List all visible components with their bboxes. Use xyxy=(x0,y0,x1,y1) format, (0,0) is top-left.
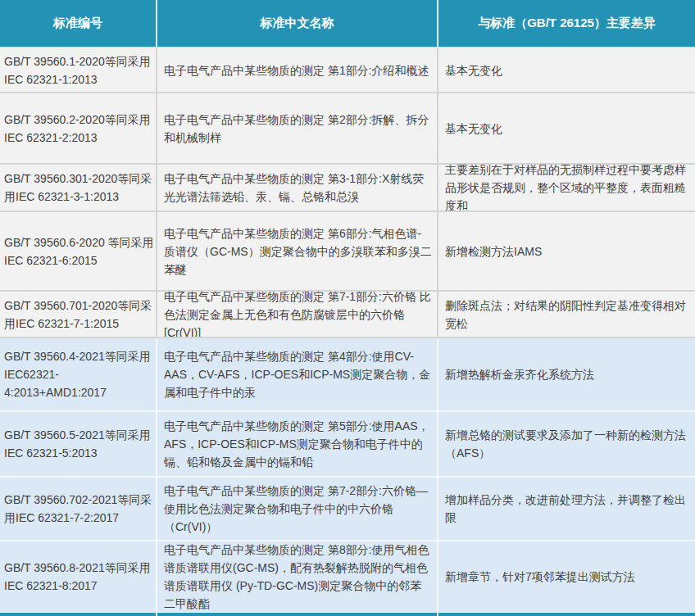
header-main-differences: 与标准（GB/T 26125）主要差异 xyxy=(438,0,695,47)
cell-main-difference-text: 新增检测方法IAMS xyxy=(445,242,692,260)
cell-standard-number-text: GB/T 39560.4-2021等同采用 IEC62321-4:2013+AM… xyxy=(4,347,154,401)
table-row: GB/T 39560.5-2021等同采用 IEC 62321-5:2013电子… xyxy=(0,410,695,476)
table-row: GB/T 39560.8-2021等同采用 IEC 62321-8:2017电子… xyxy=(0,540,695,612)
cell-standard-number: GB/T 39560.702-2021等同采用IEC 62321-7-2:201… xyxy=(0,478,157,540)
cell-main-difference: 删除斑点法；对结果的阴阳性判定基准变得相对宽松 xyxy=(438,292,695,337)
table-header-row: 标准编号 标准中文名称 与标准（GB/T 26125）主要差异 xyxy=(0,0,695,47)
cell-main-difference: 新增章节，针对7项邻苯提出测试方法 xyxy=(438,541,695,612)
cell-standard-number-text: GB/T 39560.2-2020等同采用 IEC 62321-2:2013 xyxy=(4,111,154,147)
table-row: GB/T 39560.701-2020等同采用IEC 62321-7-1:201… xyxy=(0,290,695,337)
table-row: GB/T 39560.4-2021等同采用 IEC62321-4:2013+AM… xyxy=(0,337,695,410)
cell-standard-number-text: GB/T 39560.301-2020等同采用IEC 62321-3-1:201… xyxy=(4,170,154,206)
cell-standard-chinese-name: 电子电气产品中某些物质的测定 第8部分:使用气相色谱质谱联用仪(GC-MS)，配… xyxy=(157,541,438,612)
cell-standard-chinese-name: 电子电气产品中某些物质的测定 第1部分:介绍和概述 xyxy=(157,48,438,92)
cell-standard-chinese-name-text: 电子电气产品中某些物质的测定 第8部分:使用气相色谱质谱联用仪(GC-MS)，配… xyxy=(164,541,432,612)
cell-standard-number-text: GB/T 39560.6-2020 等同采用 IEC 62321-6:2015 xyxy=(4,233,154,270)
table-row: GB/T 39560.1-2020等同采用 IEC 62321-1:2013电子… xyxy=(0,47,695,92)
next-header-segment xyxy=(438,613,695,616)
cell-standard-number: GB/T 39560.4-2021等同采用 IEC62321-4:2013+AM… xyxy=(0,338,157,410)
cell-main-difference: 新增热解析金汞齐化系统方法 xyxy=(438,338,695,410)
cell-standard-chinese-name-text: 电子电气产品中某些物质的测定 第4部分:使用CV-AAS，CV-AFS，ICP-… xyxy=(164,347,432,401)
cell-standard-chinese-name-text: 电子电气产品中某些物质的测定 第1部分:介绍和概述 xyxy=(164,61,432,79)
cell-standard-number-text: GB/T 39560.702-2021等同采用IEC 62321-7-2:201… xyxy=(4,491,154,527)
next-header-segment xyxy=(157,613,438,616)
cell-main-difference-text: 增加样品分类，改进前处理方法，并调整了检出限 xyxy=(445,491,692,527)
cell-main-difference-text: 删除斑点法；对结果的阴阳性判定基准变得相对宽松 xyxy=(445,297,692,333)
cell-main-difference-text: 基本无变化 xyxy=(445,61,692,79)
header-standard-number: 标准编号 xyxy=(0,0,157,47)
cell-standard-number: GB/T 39560.6-2020 等同采用 IEC 62321-6:2015 xyxy=(0,212,157,290)
next-header-segment xyxy=(0,613,157,616)
cell-main-difference: 主要差别在于对样品的无损制样过程中要考虑样品形状是否规则，整个区域的平整度，表面… xyxy=(438,165,695,211)
cell-standard-chinese-name-text: 电子电气产品中某些物质的测定 第5部分:使用AAS，AFS，ICP-OES和IC… xyxy=(164,417,432,471)
cell-main-difference-text: 新增热解析金汞齐化系统方法 xyxy=(445,365,692,383)
cell-standard-number-text: GB/T 39560.1-2020等同采用 IEC 62321-1:2013 xyxy=(4,52,154,88)
cell-standard-number: GB/T 39560.1-2020等同采用 IEC 62321-1:2013 xyxy=(0,48,157,92)
table-row: GB/T 39560.702-2021等同采用IEC 62321-7-2:201… xyxy=(0,476,695,540)
cell-standard-chinese-name: 电子电气产品中某些物质的测定 第4部分:使用CV-AAS，CV-AFS，ICP-… xyxy=(157,338,438,410)
table-row: GB/T 39560.6-2020 等同采用 IEC 62321-6:2015电… xyxy=(0,211,695,290)
cell-standard-chinese-name: 电子电气产品中某些物质的测定 第3-1部分:X射线荧光光谱法筛选铅、汞、镉、总铬… xyxy=(157,165,438,211)
cell-standard-chinese-name-text: 电子电气产品中某些物质的测定 第6部分:气相色谱-质谱仪（GC-MS）测定聚合物… xyxy=(164,224,432,279)
cell-standard-chinese-name-text: 电子电气产品中某些物质的测定 第2部分:拆解、拆分和机械制样 xyxy=(164,111,432,147)
cell-standard-number-text: GB/T 39560.5-2021等同采用 IEC 62321-5:2013 xyxy=(4,426,154,462)
cell-standard-number-text: GB/T 39560.8-2021等同采用 IEC 62321-8:2017 xyxy=(4,559,154,595)
cell-standard-number-text: GB/T 39560.701-2020等同采用IEC 62321-7-1:201… xyxy=(4,297,154,333)
cell-standard-chinese-name: 电子电气产品中某些物质的测定 第2部分:拆解、拆分和机械制样 xyxy=(157,93,438,163)
cell-main-difference-text: 主要差别在于对样品的无损制样过程中要考虑样品形状是否规则，整个区域的平整度，表面… xyxy=(445,165,692,211)
cell-main-difference: 新增总铬的测试要求及添加了一种新的检测方法（AFS） xyxy=(438,412,695,476)
cell-standard-chinese-name-text: 电子电气产品中某些物质的测定 第3-1部分:X射线荧光光谱法筛选铅、汞、镉、总铬… xyxy=(164,170,432,206)
table-row: GB/T 39560.2-2020等同采用 IEC 62321-2:2013电子… xyxy=(0,92,695,163)
cell-standard-chinese-name: 电子电气产品中某些物质的测定 第5部分:使用AAS，AFS，ICP-OES和IC… xyxy=(157,412,438,476)
cell-standard-chinese-name-text: 电子电气产品中某些物质的测定 第7-1部分:六价铬 比色法测定金属上无色和有色防… xyxy=(164,292,432,337)
cell-standard-chinese-name-text: 电子电气产品中某些物质的测定 第7-2部分:六价铬—使用比色法测定聚合物和电子件… xyxy=(164,482,432,536)
next-table-header-partial xyxy=(0,612,695,616)
cell-main-difference: 基本无变化 xyxy=(438,48,695,92)
cell-main-difference: 基本无变化 xyxy=(438,93,695,163)
cell-standard-chinese-name: 电子电气产品中某些物质的测定 第7-2部分:六价铬—使用比色法测定聚合物和电子件… xyxy=(157,478,438,540)
table-body: GB/T 39560.1-2020等同采用 IEC 62321-1:2013电子… xyxy=(0,47,695,612)
standards-comparison-table: 标准编号 标准中文名称 与标准（GB/T 26125）主要差异 GB/T 395… xyxy=(0,0,695,616)
cell-standard-number: GB/T 39560.5-2021等同采用 IEC 62321-5:2013 xyxy=(0,412,157,476)
cell-standard-chinese-name: 电子电气产品中某些物质的测定 第6部分:气相色谱-质谱仪（GC-MS）测定聚合物… xyxy=(157,212,438,290)
cell-main-difference: 新增检测方法IAMS xyxy=(438,212,695,290)
cell-standard-chinese-name: 电子电气产品中某些物质的测定 第7-1部分:六价铬 比色法测定金属上无色和有色防… xyxy=(157,292,438,337)
cell-standard-number: GB/T 39560.2-2020等同采用 IEC 62321-2:2013 xyxy=(0,93,157,163)
header-standard-chinese-name: 标准中文名称 xyxy=(157,0,438,47)
cell-main-difference-text: 新增章节，针对7项邻苯提出测试方法 xyxy=(445,568,692,586)
cell-main-difference: 增加样品分类，改进前处理方法，并调整了检出限 xyxy=(438,478,695,540)
cell-main-difference-text: 新增总铬的测试要求及添加了一种新的检测方法（AFS） xyxy=(445,426,692,462)
cell-main-difference-text: 基本无变化 xyxy=(445,120,692,138)
table-row: GB/T 39560.301-2020等同采用IEC 62321-3-1:201… xyxy=(0,163,695,211)
cell-standard-number: GB/T 39560.301-2020等同采用IEC 62321-3-1:201… xyxy=(0,165,157,211)
cell-standard-number: GB/T 39560.8-2021等同采用 IEC 62321-8:2017 xyxy=(0,541,157,612)
cell-standard-number: GB/T 39560.701-2020等同采用IEC 62321-7-1:201… xyxy=(0,292,157,337)
